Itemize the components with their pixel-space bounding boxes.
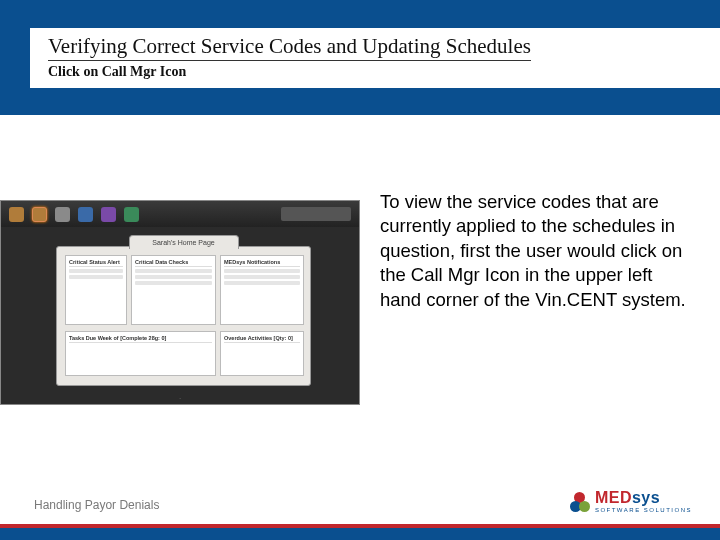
toolbar-icon bbox=[55, 207, 70, 222]
toolbar-icon bbox=[9, 207, 24, 222]
body-paragraph: To view the service codes that are curre… bbox=[380, 190, 690, 312]
logo-brand-prefix: MED bbox=[595, 489, 632, 506]
logo-text: MEDsys SOFTWARE SOLUTIONS bbox=[595, 490, 692, 513]
toolbar-icon bbox=[124, 207, 139, 222]
pane: MEDsys Notifications bbox=[220, 255, 304, 325]
slide-title: Verifying Correct Service Codes and Upda… bbox=[48, 34, 531, 61]
title-panel: Verifying Correct Service Codes and Upda… bbox=[20, 28, 720, 88]
pane: Critical Data Checks bbox=[131, 255, 216, 325]
pane-header: MEDsys Notifications bbox=[224, 259, 300, 267]
app-footer: · bbox=[1, 395, 359, 401]
app-window: Sarah's Home Page Critical Status Alert … bbox=[56, 246, 311, 386]
footer-band bbox=[0, 528, 720, 540]
call-mgr-icon bbox=[32, 207, 47, 222]
medsys-logo: MEDsys SOFTWARE SOLUTIONS bbox=[570, 490, 692, 513]
app-screenshot: Sarah's Home Page Critical Status Alert … bbox=[0, 200, 360, 405]
toolbar-right bbox=[281, 207, 351, 221]
logo-brand-suffix: sys bbox=[632, 489, 660, 506]
toolbar-icon bbox=[78, 207, 93, 222]
logo-mark-icon bbox=[570, 492, 590, 512]
footer-text: Handling Payor Denials bbox=[34, 498, 159, 512]
slide-subtitle: Click on Call Mgr Icon bbox=[48, 64, 702, 80]
pane-header: Overdue Activities [Qty: 0] bbox=[224, 335, 300, 343]
logo-subline: SOFTWARE SOLUTIONS bbox=[595, 507, 692, 513]
pane: Overdue Activities [Qty: 0] bbox=[220, 331, 304, 376]
pane-header: Critical Data Checks bbox=[135, 259, 212, 267]
footer: Handling Payor Denials MEDsys SOFTWARE S… bbox=[0, 488, 720, 540]
pane-header: Tasks Due Week of [Complete 28g: 0] bbox=[69, 335, 212, 343]
content-area: Sarah's Home Page Critical Status Alert … bbox=[0, 130, 720, 485]
pane: Critical Status Alert bbox=[65, 255, 127, 325]
pane: Tasks Due Week of [Complete 28g: 0] bbox=[65, 331, 216, 376]
pane-header: Critical Status Alert bbox=[69, 259, 123, 267]
toolbar-icon bbox=[101, 207, 116, 222]
app-toolbar bbox=[1, 201, 359, 227]
app-window-title: Sarah's Home Page bbox=[129, 235, 239, 249]
